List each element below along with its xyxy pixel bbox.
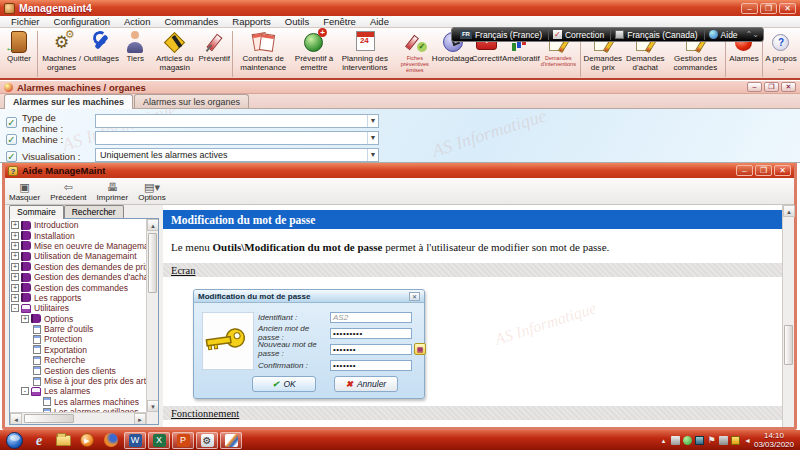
- tree-item[interactable]: +Gestion des demandes de prix: [11, 262, 146, 272]
- langbar-item[interactable]: Français (Canada): [610, 30, 701, 40]
- combo-machine[interactable]: ▼: [95, 131, 379, 145]
- tray-box-icon[interactable]: [671, 436, 680, 445]
- tray-spk-icon[interactable]: [743, 436, 752, 445]
- maximize-button[interactable]: ❐: [760, 3, 777, 14]
- taskbar-app-gear[interactable]: ⚙: [196, 432, 218, 449]
- tree-item[interactable]: +Gestion des commandes: [11, 282, 146, 292]
- tree-item[interactable]: +Mise en oeuvre de Managemaint: [11, 241, 146, 251]
- chevron-down-icon[interactable]: ▼: [367, 149, 378, 161]
- menu-rapports[interactable]: Rapports: [225, 16, 278, 27]
- taskbar-app-swoosh[interactable]: [220, 432, 242, 449]
- expand-icon[interactable]: +: [11, 221, 19, 229]
- scroll-right-arrow[interactable]: ►: [134, 413, 146, 425]
- tab-alarmes-sur-les-machines[interactable]: Alarmes sur les machines: [4, 94, 133, 109]
- tray-clip-icon[interactable]: [719, 436, 728, 445]
- toolbar-button-syringe-check[interactable]: Fiches préventives émises: [394, 29, 436, 79]
- help-close-button[interactable]: ✕: [774, 165, 791, 176]
- scroll-up-arrow[interactable]: ▲: [783, 205, 795, 217]
- scroll-thumb[interactable]: [784, 325, 793, 365]
- langbar-item[interactable]: Aide: [704, 30, 742, 40]
- tree-item[interactable]: Mise à jour des prix des articles: [11, 376, 146, 386]
- tree-item[interactable]: Gestion des clients: [11, 365, 146, 375]
- toolbar-button-wrench[interactable]: Outillages: [84, 29, 118, 79]
- tray-flag-icon[interactable]: [707, 436, 716, 445]
- tab-alarmes-sur-les-organes[interactable]: Alarmes sur les organes: [134, 94, 249, 108]
- toolbar-button-question[interactable]: A propos ...: [764, 29, 798, 79]
- toolbar-button-contracts[interactable]: Contrats de maintenance: [234, 29, 292, 79]
- taskbar-app-pp[interactable]: P: [172, 432, 194, 449]
- tree-item[interactable]: +Utilisation de Managemaint: [11, 251, 146, 261]
- menu-commandes[interactable]: Commandes: [157, 16, 225, 27]
- checkbox[interactable]: ✓: [6, 117, 17, 128]
- help-tab-rechercher[interactable]: Rechercher: [64, 205, 124, 219]
- expand-icon[interactable]: +: [11, 232, 19, 240]
- taskbar-app-word[interactable]: W: [124, 432, 146, 449]
- tray-chev-icon[interactable]: ▴: [659, 436, 668, 445]
- start-button[interactable]: [6, 432, 23, 449]
- scroll-left-arrow[interactable]: ◄: [10, 413, 22, 425]
- menu-fenêtre[interactable]: Fenêtre: [316, 16, 363, 27]
- tree-item[interactable]: +Gestion des demandes d'achat: [11, 272, 146, 282]
- tree-item[interactable]: +Les rapports: [11, 293, 146, 303]
- help-tab-sommaire[interactable]: Sommaire: [9, 205, 64, 219]
- expand-icon[interactable]: +: [11, 252, 19, 260]
- tree-item[interactable]: Les alarmes machines: [11, 397, 146, 407]
- chevron-down-icon[interactable]: ▼: [367, 132, 378, 144]
- scroll-up-arrow[interactable]: ▲: [147, 219, 159, 231]
- tree-item[interactable]: +Installation: [11, 230, 146, 240]
- tree-vertical-scrollbar[interactable]: ▲ ▼: [146, 219, 158, 424]
- toolbar-button-door[interactable]: Quitter: [2, 29, 36, 79]
- tray-warn-icon[interactable]: [731, 436, 740, 445]
- tray-screen-icon[interactable]: [695, 436, 704, 445]
- scroll-thumb[interactable]: [148, 233, 157, 293]
- help-masquer-button[interactable]: ▣Masquer: [9, 181, 40, 202]
- menu-outils[interactable]: Outils: [278, 16, 316, 27]
- help-précédent-button[interactable]: ⇦Précédent: [50, 181, 86, 202]
- taskbar-firefox-icon[interactable]: [100, 432, 122, 449]
- taskbar-clock[interactable]: 14:10 03/03/2020: [754, 431, 794, 449]
- menu-configuration[interactable]: Configuration: [47, 16, 118, 27]
- panel-minimize-button[interactable]: –: [747, 82, 762, 92]
- help-maximize-button[interactable]: ❐: [755, 165, 772, 176]
- expand-icon[interactable]: +: [11, 294, 19, 302]
- tray-green-icon[interactable]: [683, 436, 692, 445]
- tree-item[interactable]: +Introduction: [11, 220, 146, 230]
- help-minimize-button[interactable]: –: [736, 165, 753, 176]
- help-options-button[interactable]: ▤▾Options: [138, 181, 166, 202]
- panel-close-button[interactable]: ✕: [781, 82, 796, 92]
- tree-horizontal-scrollbar[interactable]: ◄ ►: [10, 412, 146, 424]
- combo-visualisation[interactable]: Uniquement les alarmes actives▼: [95, 148, 379, 162]
- toolbar-button-globe-syringe[interactable]: Préventif à emettre: [292, 29, 336, 79]
- toolbar-button-person[interactable]: Tiers: [118, 29, 152, 79]
- taskbar-folder-icon[interactable]: [52, 432, 74, 449]
- chevron-down-icon[interactable]: ▼: [367, 115, 378, 127]
- toolbar-button-articles[interactable]: Articles du magasin: [152, 29, 197, 79]
- minimize-button[interactable]: –: [741, 3, 758, 14]
- tree-item[interactable]: Exportation: [11, 345, 146, 355]
- help-imprimer-button[interactable]: 🖶Imprimer: [97, 181, 129, 202]
- content-vertical-scrollbar[interactable]: ▲: [782, 205, 794, 427]
- collapse-icon[interactable]: -: [11, 304, 19, 312]
- tree-item[interactable]: Protection: [11, 334, 146, 344]
- toolbar-button-syringe[interactable]: Préventif: [197, 29, 231, 79]
- panel-restore-button[interactable]: ❐: [764, 82, 779, 92]
- toolbar-button-calendar[interactable]: 24Planning des interventions: [336, 29, 394, 79]
- taskbar-app-excel[interactable]: X: [148, 432, 170, 449]
- menu-aide[interactable]: Aide: [363, 16, 396, 27]
- menu-action[interactable]: Action: [117, 16, 157, 27]
- expand-icon[interactable]: +: [21, 315, 29, 323]
- langbar-item[interactable]: FRFrançais (France): [456, 30, 546, 40]
- expand-icon[interactable]: +: [11, 263, 19, 271]
- scroll-down-arrow[interactable]: ▼: [147, 400, 159, 412]
- collapse-icon[interactable]: -: [21, 387, 29, 395]
- tree-item[interactable]: -Utilitaires: [11, 303, 146, 313]
- close-button[interactable]: ✕: [779, 3, 796, 14]
- menu-fichier[interactable]: Fichier: [4, 16, 47, 27]
- taskbar-ie-icon[interactable]: e: [28, 432, 50, 449]
- taskbar-wmp-icon[interactable]: ▶: [76, 432, 98, 449]
- checkbox[interactable]: ✓: [6, 151, 17, 162]
- tree-item[interactable]: Recherche: [11, 355, 146, 365]
- langbar-item[interactable]: Correction: [548, 30, 608, 40]
- tree-item[interactable]: -Les alarmes: [11, 386, 146, 396]
- combo-type-machine[interactable]: ▼: [95, 114, 379, 128]
